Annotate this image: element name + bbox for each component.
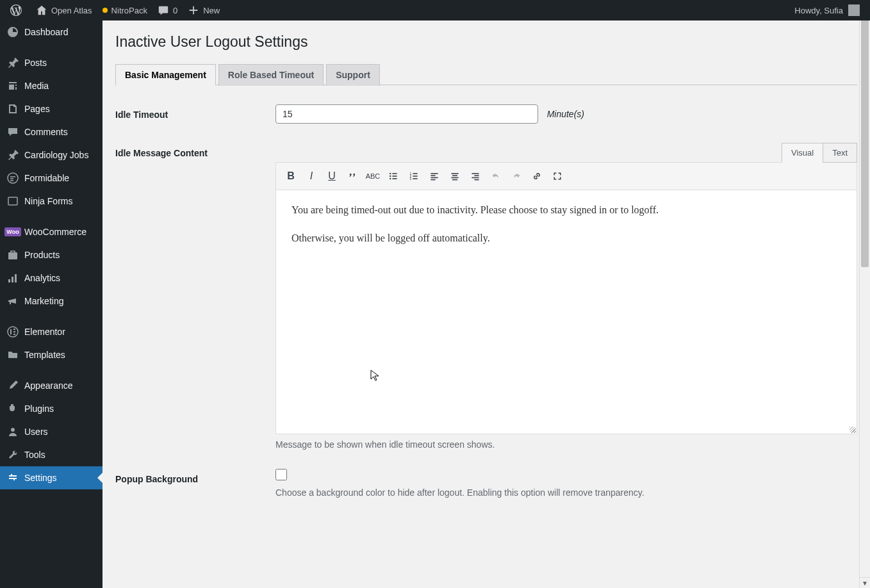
bullet-list-button[interactable] (384, 167, 403, 186)
settings-tabs: Basic Management Role Based Timeout Supp… (115, 63, 857, 85)
svg-rect-2 (8, 252, 17, 259)
sidebar-item-tools[interactable]: Tools (0, 443, 103, 466)
sidebar-item-marketing[interactable]: Marketing (0, 290, 103, 313)
svg-rect-23 (431, 179, 435, 181)
sidebar-item-posts[interactable]: Posts (0, 51, 103, 74)
sidebar-item-dashboard[interactable]: Dashboard (0, 20, 103, 44)
plugin-icon (6, 402, 19, 415)
sidebar-item-analytics[interactable]: Analytics (0, 266, 103, 290)
svg-rect-13 (392, 178, 397, 179)
sidebar-item-appearance[interactable]: Appearance (0, 374, 103, 397)
sidebar-item-ninja[interactable]: Ninja Forms (0, 190, 103, 213)
editor-paragraph: You are being timed-out out due to inact… (291, 202, 841, 218)
fullscreen-button[interactable] (548, 167, 567, 186)
sidebar-label: Posts (24, 58, 47, 68)
pin-icon (6, 56, 19, 69)
new-label: New (203, 6, 220, 15)
svg-rect-21 (431, 175, 435, 176)
bold-button[interactable]: B (281, 167, 300, 186)
svg-rect-20 (431, 173, 438, 174)
main-content: Inactive User Logout Settings Basic Mana… (103, 20, 870, 588)
idle-timeout-input[interactable] (275, 104, 538, 124)
scrollbar[interactable]: ▲ ▼ (859, 0, 870, 588)
tab-role-based-timeout[interactable]: Role Based Timeout (218, 64, 324, 86)
undo-button[interactable] (486, 167, 505, 186)
editor-content-area[interactable]: You are being timed-out out due to inact… (276, 190, 857, 434)
new-content-link[interactable]: New (183, 0, 225, 20)
svg-point-7 (11, 428, 15, 432)
svg-point-12 (390, 178, 391, 179)
sidebar-label: WooCommerce (24, 227, 86, 237)
home-icon (36, 4, 47, 16)
sidebar-item-cardiology[interactable]: Cardiology Jobs (0, 143, 103, 167)
woocommerce-icon: Woo (6, 225, 19, 238)
popup-bg-checkbox[interactable] (275, 469, 287, 480)
redo-button[interactable] (507, 167, 526, 186)
svg-rect-29 (474, 175, 479, 176)
idle-timeout-label: Idle Timeout (115, 104, 275, 120)
editor-tab-text[interactable]: Text (823, 143, 857, 163)
sidebar-label: Settings (24, 473, 57, 483)
strikethrough-button[interactable]: ABC (363, 167, 382, 186)
nitropack-label: NitroPack (111, 6, 147, 15)
sidebar-item-products[interactable]: Products (0, 243, 103, 266)
dashboard-icon (6, 26, 19, 38)
account-link[interactable]: Howdy, Sufia (789, 0, 865, 20)
editor-paragraph: Otherwise, you will be logged off automa… (291, 230, 841, 247)
scrollbar-down-button[interactable]: ▼ (860, 577, 870, 588)
plus-icon (188, 4, 199, 16)
svg-point-0 (8, 173, 18, 183)
link-button[interactable] (527, 167, 546, 186)
site-name-link[interactable]: Open Atlas (31, 0, 97, 20)
comments-link[interactable]: 0 (152, 0, 183, 20)
comments-icon (6, 126, 19, 138)
tab-support[interactable]: Support (326, 64, 380, 86)
sidebar-item-pages[interactable]: Pages (0, 97, 103, 120)
svg-rect-19 (413, 178, 417, 179)
align-left-button[interactable] (425, 167, 444, 186)
numbered-list-button[interactable]: 123 (404, 167, 423, 186)
svg-rect-31 (474, 179, 479, 181)
sidebar-label: Marketing (24, 296, 63, 306)
sidebar-label: Tools (24, 450, 45, 460)
svg-rect-26 (451, 177, 458, 179)
site-name: Open Atlas (51, 6, 92, 15)
sidebar-label: Templates (24, 350, 65, 360)
wordpress-icon (10, 4, 22, 16)
align-center-button[interactable] (445, 167, 464, 186)
sidebar-item-formidable[interactable]: Formidable (0, 167, 103, 190)
megaphone-icon (6, 295, 19, 307)
pages-icon (6, 102, 19, 115)
resize-handle[interactable] (846, 423, 857, 434)
sidebar-label: Appearance (24, 380, 73, 391)
sidebar-label: Analytics (24, 273, 60, 283)
sidebar-label: Elementor (24, 327, 65, 337)
italic-button[interactable]: I (302, 167, 321, 186)
sidebar-label: Pages (24, 104, 50, 114)
underline-button[interactable]: U (322, 167, 341, 186)
sidebar-item-media[interactable]: Media (0, 74, 103, 97)
products-icon (6, 249, 19, 261)
align-right-button[interactable] (466, 167, 485, 186)
comment-count: 0 (173, 6, 177, 15)
popup-bg-label: Popup Background (115, 469, 275, 484)
elementor-icon (6, 325, 19, 338)
wordpress-logo[interactable] (5, 0, 31, 20)
sidebar-item-woocommerce[interactable]: Woo WooCommerce (0, 220, 103, 243)
svg-rect-22 (431, 177, 438, 179)
scrollbar-thumb[interactable] (861, 11, 869, 267)
sidebar-item-settings[interactable]: Settings (0, 466, 103, 489)
sidebar-item-users[interactable]: Users (0, 420, 103, 443)
editor-tab-visual[interactable]: Visual (782, 143, 823, 163)
sidebar-item-comments[interactable]: Comments (0, 120, 103, 143)
nitropack-link[interactable]: NitroPack (97, 0, 152, 20)
sidebar-item-elementor[interactable]: Elementor (0, 320, 103, 343)
sidebar-item-templates[interactable]: Templates (0, 343, 103, 366)
sidebar-item-plugins[interactable]: Plugins (0, 397, 103, 420)
admin-toolbar: Open Atlas NitroPack 0 New Howdy, Sufia (0, 0, 870, 20)
tab-basic-management[interactable]: Basic Management (115, 64, 216, 86)
media-icon (6, 79, 19, 92)
wrench-icon (6, 448, 19, 461)
folder-icon (6, 348, 19, 361)
quote-button[interactable] (343, 167, 362, 186)
